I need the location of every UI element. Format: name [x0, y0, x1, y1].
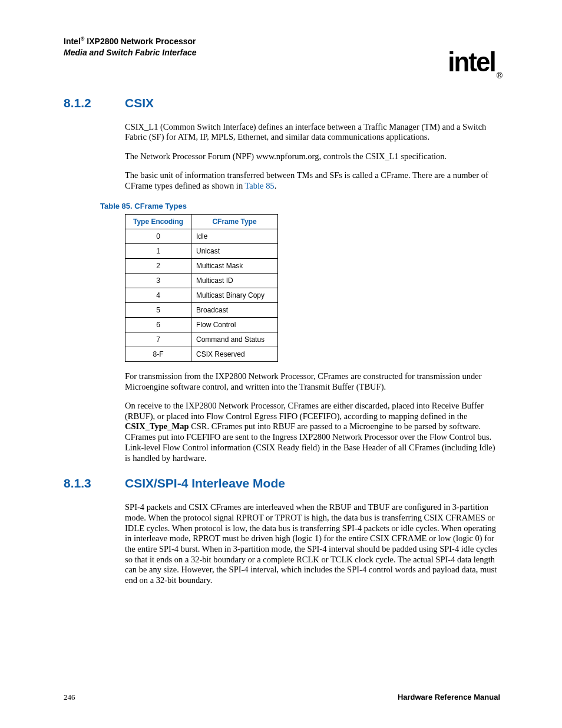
table-cell: Idle: [191, 229, 278, 244]
intel-logo: intel®: [448, 47, 500, 79]
page-number: 246: [64, 693, 75, 702]
paragraph: SPI-4 packets and CSIX CFrames are inter…: [125, 502, 500, 586]
logo-registered: ®: [497, 70, 501, 80]
table-row: 2Multicast Mask: [125, 259, 278, 274]
document-page: Intel® IXP2800 Network Processor Media a…: [0, 0, 562, 728]
table-header-cell: Type Encoding: [125, 215, 191, 229]
table-cell: Command and Status: [191, 332, 278, 347]
table-header-row: Type Encoding CFrame Type: [125, 215, 278, 229]
table-row: 3Multicast ID: [125, 274, 278, 288]
cframe-types-table: Type Encoding CFrame Type 0Idle 1Unicast…: [125, 214, 278, 362]
table-cell: Flow Control: [191, 318, 278, 332]
section-heading: 8.1.2CSIX: [64, 96, 500, 110]
table-cell: 0: [125, 229, 191, 244]
table-cell: CSIX Reserved: [191, 347, 278, 362]
product-name: IXP2800 Network Processor: [84, 37, 196, 46]
table-row: 1Unicast: [125, 244, 278, 259]
paragraph: On receive to the IXP2800 Network Proces…: [125, 401, 500, 463]
section-number: 8.1.3: [64, 476, 125, 490]
section-8-1-3: 8.1.3CSIX/SPI-4 Interleave Mode SPI-4 pa…: [64, 476, 500, 586]
table-row: 5Broadcast: [125, 303, 278, 318]
paragraph-text: On receive to the IXP2800 Network Proces…: [125, 401, 484, 421]
table-cell: Unicast: [191, 244, 278, 259]
footer-doc-title: Hardware Reference Manual: [398, 693, 500, 702]
table-cell: Multicast ID: [191, 274, 278, 288]
table-cell: 5: [125, 303, 191, 318]
table-cell: Multicast Binary Copy: [191, 288, 278, 303]
paragraph: The basic unit of information transferre…: [125, 170, 500, 191]
table-cell: 1: [125, 244, 191, 259]
table-caption: Table 85. CFrame Types: [100, 202, 500, 210]
section-title: CSIX: [125, 96, 154, 110]
paragraph-text: The basic unit of information transferre…: [125, 170, 488, 190]
table-row: 6Flow Control: [125, 318, 278, 332]
table-header-cell: CFrame Type: [191, 215, 278, 229]
csr-name: CSIX_Type_Map: [125, 421, 189, 431]
table-row: 0Idle: [125, 229, 278, 244]
page-header: Intel® IXP2800 Network Processor Media a…: [64, 35, 500, 67]
section-number: 8.1.2: [64, 96, 125, 110]
header-text-block: Intel® IXP2800 Network Processor Media a…: [64, 35, 197, 58]
table-cell: 2: [125, 259, 191, 274]
table-cell: 8-F: [125, 347, 191, 362]
table-cell: 6: [125, 318, 191, 332]
table-cell: 3: [125, 274, 191, 288]
table-reference-link[interactable]: Table 85: [245, 181, 275, 190]
page-footer: 246 Hardware Reference Manual: [64, 693, 500, 702]
table-cell: Broadcast: [191, 303, 278, 318]
paragraph-text: .: [275, 181, 277, 190]
header-subtitle: Media and Switch Fabric Interface: [64, 48, 197, 57]
table-row: 8-FCSIX Reserved: [125, 347, 278, 362]
logo-text: intel: [448, 47, 495, 77]
table-row: 7Command and Status: [125, 332, 278, 347]
section-title: CSIX/SPI-4 Interleave Mode: [125, 476, 285, 490]
section-heading: 8.1.3CSIX/SPI-4 Interleave Mode: [64, 476, 500, 490]
table-cell: Multicast Mask: [191, 259, 278, 274]
paragraph: For transmission from the IXP2800 Networ…: [125, 371, 500, 392]
section-8-1-2: 8.1.2CSIX CSIX_L1 (Common Switch Interfa…: [64, 96, 500, 463]
paragraph: CSIX_L1 (Common Switch Interface) define…: [125, 122, 500, 143]
table-row: 4Multicast Binary Copy: [125, 288, 278, 303]
brand-name: Intel: [64, 37, 81, 46]
table-cell: 7: [125, 332, 191, 347]
table-cell: 4: [125, 288, 191, 303]
paragraph: The Network Processor Forum (NPF) www.np…: [125, 151, 500, 162]
